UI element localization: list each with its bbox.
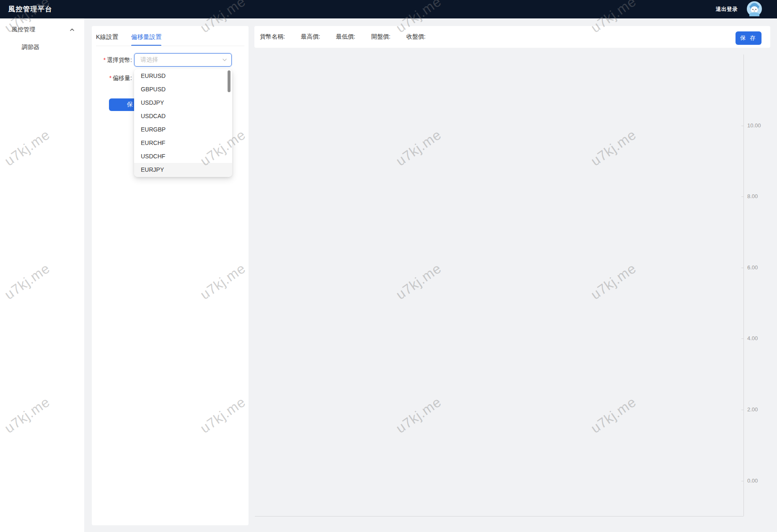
offset-field-label-text: 偏移量: [113,75,132,81]
dropdown-option[interactable]: USDJPY [134,96,232,109]
dropdown-option[interactable]: EURGBP [134,123,232,136]
y-axis-tick-label: 10.00 [747,122,761,129]
tab-kline-settings[interactable]: K線設置 [96,32,118,42]
currency-dropdown: EURUSDGBPUSDUSDJPYUSDCADEURGBPEURCHFUSDC… [134,69,232,177]
chart-header-labels: 貨幣名稱:最高價:最低價:開盤價:收盤價: [260,26,425,48]
currency-field-label-text: 選擇貨幣: [107,57,132,63]
risk-control-app: 風控管理平台 退出登录 風控管理 調節器 [0,0,777,532]
chart-header-label: 貨幣名稱: [260,33,285,41]
dropdown-scrollbar-thumb[interactable] [228,70,231,92]
app-title: 風控管理平台 [8,0,52,18]
user-avatar[interactable] [747,1,762,16]
dropdown-option[interactable]: EURCHF [134,136,232,150]
y-axis-tick-label: 0.00 [747,478,758,484]
watermark: u7kj.me [393,260,444,302]
required-mark: * [104,57,106,63]
offset-field-label: *偏移量: [96,72,132,84]
y-axis-tick-mark [741,268,744,268]
chart-save-button[interactable]: 保 存 [736,31,761,45]
y-axis-tick-label: 6.00 [747,264,758,271]
watermark: u7kj.me [393,127,444,169]
watermark: u7kj.me [588,394,639,436]
y-axis-tick-mark [741,481,744,481]
avatar-icon [747,1,762,16]
chart-y-axis-line [743,54,744,516]
currency-select-placeholder: 请选择 [140,54,158,66]
currency-dropdown-list: EURUSDGBPUSDUSDJPYUSDCADEURGBPEURCHFUSDC… [134,69,232,176]
chart-header-label: 最低價: [336,33,355,41]
sidebar-item-regulator[interactable]: 調節器 [0,39,84,55]
required-mark: * [109,75,111,81]
top-navbar: 風控管理平台 退出登录 [0,0,777,18]
dropdown-option[interactable]: EURJPY [134,163,232,176]
sidebar: 風控管理 調節器 [0,18,84,532]
chart-header-label: 開盤價: [371,33,391,41]
tab-offset-settings[interactable]: 偏移量設置 [131,32,162,42]
currency-field-label: *選擇貨幣: [96,54,132,66]
y-axis-tick-label: 8.00 [747,193,758,199]
dropdown-option[interactable]: GBPUSD [134,83,232,96]
dropdown-option[interactable]: EURUSD [134,69,232,83]
chart-header-label: 最高價: [301,33,320,41]
watermark: u7kj.me [588,260,639,302]
watermark: u7kj.me [588,127,639,169]
chevron-down-icon [222,57,227,62]
chart-x-axis-line [255,516,743,517]
watermark: u7kj.me [393,394,444,436]
y-axis-tick-mark [741,410,744,410]
y-axis-tick-mark [741,196,744,197]
y-axis-tick-label: 4.00 [747,335,758,341]
currency-select[interactable]: 请选择 [134,53,232,67]
logout-link[interactable]: 退出登录 [716,0,738,18]
dropdown-option[interactable]: USDCHF [134,150,232,163]
chart-header-label: 收盤價: [407,33,426,41]
y-axis-tick-mark [741,126,744,126]
sidebar-group-risk-management[interactable]: 風控管理 [0,21,84,38]
sidebar-group-label: 風控管理 [12,21,35,38]
chart-header-strip: 貨幣名稱:最高價:最低價:開盤價:收盤價: 保 存 [254,26,770,48]
dropdown-option[interactable]: USDCAD [134,109,232,123]
sidebar-item-label: 調節器 [22,39,39,55]
tabbar-divider [96,46,244,46]
y-axis-tick-label: 2.00 [747,406,758,413]
y-axis-tick-mark [741,338,744,339]
chevron-up-icon [69,27,75,33]
